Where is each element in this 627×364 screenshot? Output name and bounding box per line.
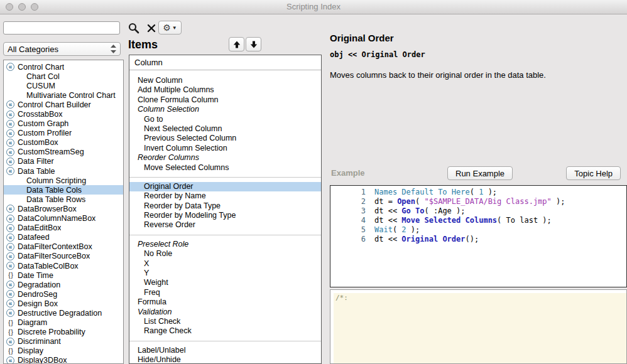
category-filter-select[interactable]: All Categories [3,42,121,56]
items-list-item[interactable]: Add Multiple Columns [129,85,321,95]
category-label: Design Box [18,299,58,308]
category-item[interactable]: Data Table Rows [4,195,123,204]
category-item[interactable]: «DataFilterContextBox [4,242,123,252]
code-text: dt = Open( "$SAMPLE_DATA/Big Class.jmp" … [374,197,565,206]
category-item[interactable]: CUSUM [4,81,123,90]
category-item[interactable]: Column Scripting [4,176,123,185]
log-text: /*: [335,294,348,302]
items-list-item[interactable]: Formula [129,297,321,307]
category-item[interactable]: «Custom Graph [4,119,123,129]
items-list-item[interactable]: Reorder by Data Type [129,201,321,211]
example-label: Example [331,168,364,178]
items-list-item[interactable]: Next Selected Column [129,124,321,134]
category-item[interactable]: «DendroSeg [4,289,123,299]
category-item[interactable]: «DataBrowserBox [4,204,123,213]
category-item[interactable]: «Data Table [4,166,123,176]
line-number: 1 [330,188,374,197]
category-item[interactable]: Chart Col [4,72,123,81]
category-item[interactable]: «DataFilterSourceBox [4,252,123,261]
category-item[interactable]: «Control Chart [4,62,123,72]
items-list-item[interactable]: Hide/Unhide [129,355,321,364]
items-list-item[interactable]: Freq [129,288,321,297]
items-list-item[interactable]: Range Check [129,326,321,336]
code-token: ( :Age ); [424,206,465,215]
category-item[interactable]: «Data Filter [4,157,123,166]
category-item[interactable]: Multivariate Control Chart [4,90,123,100]
topic-help-button[interactable]: Topic Help [566,166,621,180]
category-item[interactable]: «DataTableColBox [4,261,123,270]
code-line: 5Wait( 2 ); [330,225,626,235]
items-list-item[interactable]: Label/Unlabel [129,346,321,355]
items-panel-title: Items [128,38,158,51]
items-list-item[interactable]: Reverse Order [129,220,321,230]
category-item[interactable]: «Destructive Degradation [4,308,123,318]
category-item[interactable]: «CrosstabBox [4,109,123,119]
search-button[interactable] [126,21,142,35]
function-icon: { } [6,329,14,336]
category-item[interactable]: «CustomStreamSeg [4,147,123,157]
move-down-button[interactable] [246,37,261,51]
category-item[interactable]: { }Date Time [4,270,123,280]
code-token: dt << [374,216,401,225]
code-token: "$SAMPLE_DATA/Big Class.jmp" [424,197,551,206]
items-list-item[interactable]: Go to [129,115,321,124]
category-label: Display [18,346,43,355]
category-item[interactable]: «DataEditBox [4,223,123,233]
items-list-item[interactable]: New Column [129,76,321,85]
items-list-item[interactable]: Move Selected Columns [129,163,321,173]
object-icon: « [6,309,14,317]
category-list[interactable]: «Control ChartChart ColCUSUMMultivariate… [3,60,124,364]
items-list[interactable]: Column New ColumnAdd Multiple ColumnsClo… [129,55,322,364]
items-list-item[interactable]: Y [129,269,321,278]
category-item[interactable]: «DataColumnNameBox [4,214,123,223]
search-input[interactable] [3,21,120,35]
category-label: Discrete Probability [18,328,85,336]
items-list-item[interactable]: X [129,259,321,269]
example-code-box[interactable]: 1Names Default To Here( 1 );2dt = Open( … [330,185,627,287]
items-list-item[interactable]: Previous Selected Column [129,134,321,143]
category-item[interactable]: «Display3DBox [4,356,123,364]
title-bar: Scripting Index [0,0,627,14]
items-list-item[interactable]: Reorder by Modeling Type [129,211,321,220]
category-item[interactable]: { }Diagram [4,318,123,328]
category-item[interactable]: «Control Chart Builder [4,100,123,109]
items-list-item[interactable]: Preselect Role [129,240,321,249]
category-label: CUSUM [26,82,55,90]
items-list-item[interactable]: Column Selection [129,105,321,114]
search-options-button[interactable]: ⚙ ▼ [158,21,182,35]
arrow-up-icon [233,41,241,48]
category-item[interactable]: «Datafeed [4,233,123,242]
items-list-item[interactable]: Reorder by Name [129,191,321,201]
items-list-item[interactable]: No Role [129,249,321,259]
object-icon: « [6,233,14,242]
category-label: Multivariate Control Chart [26,91,116,100]
category-item[interactable]: Data Table Cols [4,185,123,195]
category-item[interactable]: «CustomBox [4,138,123,147]
category-item[interactable]: { }Discrete Probability [4,328,123,337]
category-item[interactable]: «Degradation [4,280,123,289]
category-item[interactable]: «Custom Profiler [4,129,123,138]
function-icon: { } [6,272,14,279]
category-item[interactable]: «Discriminant [4,337,123,346]
code-token: ); [552,197,565,206]
items-list-item[interactable]: Invert Column Selection [129,144,321,153]
code-token: Names Default To Here [374,188,470,196]
category-item[interactable]: { }Display [4,346,123,356]
object-icon: « [6,167,14,175]
log-panel[interactable]: /*: [330,289,627,364]
items-list-item[interactable]: Original Order [129,182,321,191]
code-token: Wait [374,225,393,234]
items-list-item[interactable]: Weight [129,278,321,287]
object-icon: « [6,252,14,260]
clear-search-button[interactable] [143,21,160,35]
run-example-button[interactable]: Run Example [447,166,513,180]
items-list-item[interactable]: Validation [129,308,321,317]
object-icon: « [6,205,14,213]
items-list-item[interactable]: Clone Formula Column [129,95,321,105]
items-list-item[interactable]: List Check [129,317,321,326]
category-label: DataBrowserBox [18,205,77,213]
category-item[interactable]: «Design Box [4,299,123,308]
move-up-button[interactable] [229,37,244,51]
category-label: Data Table Rows [26,195,85,204]
items-list-item[interactable]: Reorder Columns [129,153,321,163]
